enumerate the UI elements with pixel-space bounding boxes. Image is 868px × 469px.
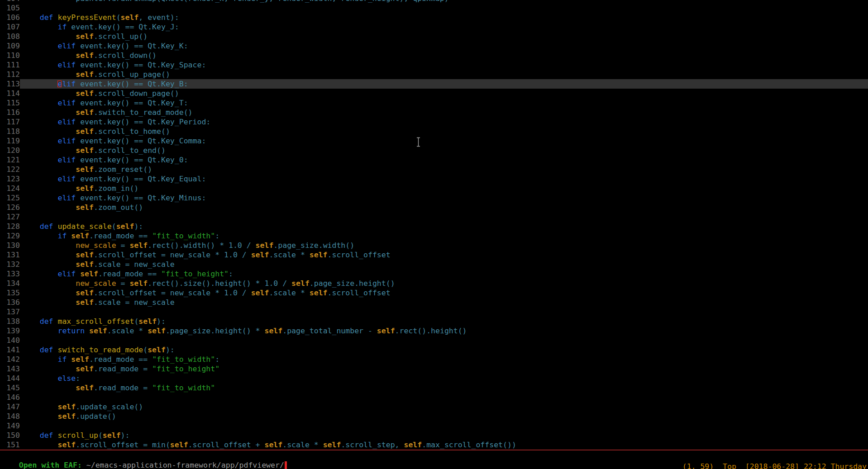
code-line[interactable]: 148 self.update() xyxy=(0,412,868,421)
code-line[interactable]: 149 xyxy=(0,421,868,431)
code-line[interactable]: 135 self.scroll_offset = new_scale * 1.0… xyxy=(0,288,868,298)
code-text: self.update() xyxy=(20,412,868,421)
code-line[interactable]: 120 self.scroll_to_end() xyxy=(0,146,868,155)
code-text: elif event.key() == Qt.Key_0: xyxy=(20,155,868,165)
line-number: 109 xyxy=(0,41,20,51)
code-text: elif event.key() == Qt.Key_Equal: xyxy=(20,174,868,184)
line-number: 148 xyxy=(0,412,20,421)
code-text: self.scroll_up_page() xyxy=(20,70,868,79)
code-text: self.scroll_to_end() xyxy=(20,146,868,155)
code-line[interactable]: 146 xyxy=(0,393,868,402)
code-line[interactable]: 136 self.scale = new_scale xyxy=(0,298,868,307)
code-line[interactable]: 134 new_scale = self.rect().size().heigh… xyxy=(0,279,868,288)
code-line[interactable]: 115 elif event.key() == Qt.Key_T: xyxy=(0,98,868,108)
code-line[interactable]: 109 elif event.key() == Qt.Key_K: xyxy=(0,41,868,51)
code-line[interactable]: 127 xyxy=(0,212,868,222)
code-line[interactable]: 113 elif event.key() == Qt.Key_B: xyxy=(0,79,868,89)
code-line[interactable]: 128 def update_scale(self): xyxy=(0,222,868,231)
line-number: 144 xyxy=(0,374,20,383)
code-line[interactable]: 114 self.scroll_down_page() xyxy=(0,89,868,98)
code-line[interactable]: 147 self.update_scale() xyxy=(0,402,868,412)
minibuffer-input[interactable]: ~/emacs-application-framework/app/pdfvie… xyxy=(86,461,284,469)
code-line[interactable]: 124 self.zoom_in() xyxy=(0,184,868,193)
code-line[interactable]: 117 elif event.key() == Qt.Key_Period: xyxy=(0,117,868,127)
line-number: 125 xyxy=(0,193,20,203)
code-line[interactable]: 140 xyxy=(0,336,868,345)
line-number: 134 xyxy=(0,279,20,288)
code-line[interactable]: 144 else: xyxy=(0,374,868,383)
code-line[interactable]: 132 self.scale = new_scale xyxy=(0,260,868,269)
code-line[interactable]: 108 self.scroll_up() xyxy=(0,32,868,41)
code-line[interactable]: 118 self.scroll_to_home() xyxy=(0,127,868,136)
code-line[interactable]: 145 self.read_mode = "fit_to_width" xyxy=(0,383,868,393)
code-line[interactable]: 111 elif event.key() == Qt.Key_Space: xyxy=(0,60,868,70)
code-line[interactable]: 139 return self.scale * self.page_size.h… xyxy=(0,326,868,336)
code-line[interactable]: 131 self.scroll_offset = new_scale * 1.0… xyxy=(0,250,868,260)
code-text: elif event.key() == Qt.Key_B: xyxy=(20,79,868,89)
code-line[interactable]: 129 if self.read_mode == "fit_to_width": xyxy=(0,231,868,241)
code-line[interactable]: 104 painter.drawPixmap(QRect(render_x, r… xyxy=(0,0,868,3)
code-line[interactable]: 130 new_scale = self.rect().width() * 1.… xyxy=(0,241,868,250)
line-number: 140 xyxy=(0,336,20,345)
code-text: elif event.key() == Qt.Key_Period: xyxy=(20,117,868,127)
code-text: self.switch_to_read_mode() xyxy=(20,108,868,117)
code-line[interactable]: 107 if event.key() == Qt.Key_J: xyxy=(0,22,868,32)
code-text: return self.scale * self.page_size.heigh… xyxy=(20,326,868,336)
code-line[interactable]: 106 def keyPressEvent(self, event): xyxy=(0,13,868,22)
line-number: 138 xyxy=(0,317,20,326)
line-number: 136 xyxy=(0,298,20,307)
code-text: new_scale = self.rect().size().height() … xyxy=(20,279,868,288)
line-number: 110 xyxy=(0,51,20,60)
code-text: if event.key() == Qt.Key_J: xyxy=(20,22,868,32)
code-line[interactable]: 105 xyxy=(0,3,868,13)
code-line[interactable]: 151 self.scroll_offset = min(self.scroll… xyxy=(0,440,868,450)
code-line[interactable]: 137 xyxy=(0,307,868,317)
code-text: painter.drawPixmap(QRect(render_x, rende… xyxy=(20,0,868,3)
code-line[interactable]: 125 elif event.key() == Qt.Key_Minus: xyxy=(0,193,868,203)
code-text: def max_scroll_offset(self): xyxy=(20,317,868,326)
minibuffer-text-cursor xyxy=(285,461,287,469)
code-line[interactable]: 141 def switch_to_read_mode(self): xyxy=(0,345,868,355)
code-line[interactable]: 121 elif event.key() == Qt.Key_0: xyxy=(0,155,868,165)
code-text: def scroll_up(self): xyxy=(20,431,868,440)
code-line[interactable]: 126 self.zoom_out() xyxy=(0,203,868,212)
line-number: 141 xyxy=(0,345,20,355)
code-buffer[interactable]: 104 painter.drawPixmap(QRect(render_x, r… xyxy=(0,0,868,450)
code-lines: 104 painter.drawPixmap(QRect(render_x, r… xyxy=(0,0,868,450)
line-number: 123 xyxy=(0,174,20,184)
code-text: self.zoom_out() xyxy=(20,203,868,212)
minibuffer[interactable]: Open with EAF: ~/emacs-application-frame… xyxy=(1,451,287,460)
code-text: self.scroll_to_home() xyxy=(20,127,868,136)
code-text: self.scroll_offset = min(self.scroll_off… xyxy=(20,440,868,450)
buffer-hollow-cursor: e xyxy=(57,80,62,88)
line-number: 129 xyxy=(0,231,20,241)
code-line[interactable]: 143 self.read_mode = "fit_to_height" xyxy=(0,364,868,374)
code-text: elif event.key() == Qt.Key_Space: xyxy=(20,60,868,70)
line-number: 122 xyxy=(0,165,20,174)
code-line[interactable]: 112 self.scroll_up_page() xyxy=(0,70,868,79)
code-line[interactable]: 119 elif event.key() == Qt.Key_Comma: xyxy=(0,136,868,146)
mode-line-separator xyxy=(0,450,868,450)
code-text: self.scroll_offset = new_scale * 1.0 / s… xyxy=(20,288,868,298)
line-number: 150 xyxy=(0,431,20,440)
code-line[interactable]: 133 elif self.read_mode == "fit_to_heigh… xyxy=(0,269,868,279)
code-text: self.read_mode = "fit_to_width" xyxy=(20,383,868,393)
code-text: elif event.key() == Qt.Key_T: xyxy=(20,98,868,108)
code-line[interactable]: 150 def scroll_up(self): xyxy=(0,431,868,440)
code-line[interactable]: 142 if self.read_mode == "fit_to_width": xyxy=(0,355,868,364)
code-text: elif self.read_mode == "fit_to_height": xyxy=(20,269,868,279)
line-number: 111 xyxy=(0,60,20,70)
code-line[interactable]: 116 self.switch_to_read_mode() xyxy=(0,108,868,117)
line-number: 118 xyxy=(0,127,20,136)
line-number: 112 xyxy=(0,70,20,79)
code-text xyxy=(20,393,868,402)
line-number: 114 xyxy=(0,89,20,98)
code-text: self.scroll_down() xyxy=(20,51,868,60)
code-line[interactable]: 138 def max_scroll_offset(self): xyxy=(0,317,868,326)
mouse-cursor-ibeam xyxy=(415,137,421,147)
code-line[interactable]: 110 self.scroll_down() xyxy=(0,51,868,60)
code-line[interactable]: 122 self.zoom_reset() xyxy=(0,165,868,174)
code-line[interactable]: 123 elif event.key() == Qt.Key_Equal: xyxy=(0,174,868,184)
code-text: self.read_mode = "fit_to_height" xyxy=(20,364,868,374)
code-text: if self.read_mode == "fit_to_width": xyxy=(20,355,868,364)
